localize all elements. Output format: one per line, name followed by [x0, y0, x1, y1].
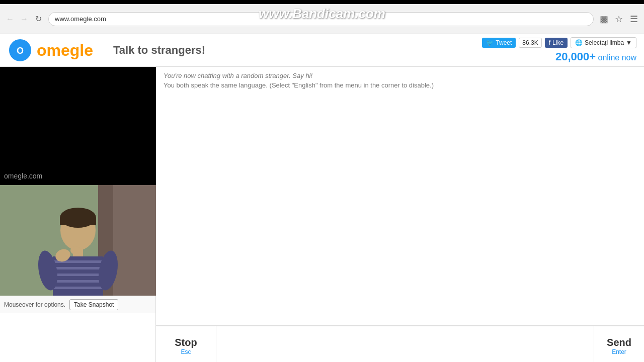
header-right: 🐦 Tweet 86.3K f Like 🌐 Selectați limba ▼…: [482, 37, 636, 63]
refresh-button[interactable]: ↻: [32, 13, 44, 25]
svg-rect-11: [53, 267, 103, 269]
tweet-count: 86.3K: [519, 38, 541, 48]
stop-button[interactable]: Stop Esc: [156, 326, 216, 362]
svg-rect-12: [53, 274, 103, 276]
chat-messages[interactable]: You're now chatting with a random strang…: [156, 67, 644, 326]
stop-hint: Esc: [181, 348, 191, 355]
video-panel: omegle.com: [0, 67, 156, 362]
send-label: Send: [607, 337, 631, 348]
video-icon[interactable]: ▩: [598, 13, 610, 25]
online-label: online now: [598, 53, 637, 62]
like-label: Like: [552, 39, 564, 46]
site-header: O omegle Talk to strangers! 🐦 Tweet 86.3…: [0, 34, 644, 67]
url-text: www.omegle.com: [55, 15, 106, 23]
chat-panel: You're now chatting with a random strang…: [156, 67, 644, 362]
chevron-down-icon: ▼: [626, 39, 632, 46]
lang-label: Selectați limba: [585, 39, 624, 46]
svg-rect-14: [53, 287, 103, 289]
tweet-button[interactable]: 🐦 Tweet: [482, 38, 516, 48]
person-silhouette: [0, 185, 156, 296]
send-hint: Enter: [612, 348, 626, 355]
main-content: omegle.com: [0, 67, 644, 362]
facebook-icon: f: [549, 39, 550, 46]
stranger-sublabel: .com: [27, 172, 42, 180]
flag-icon: 🌐: [575, 39, 583, 46]
menu-icon[interactable]: ☰: [628, 13, 640, 25]
top-bar: [0, 0, 644, 4]
omegle-logo-icon: O: [8, 38, 33, 63]
browser-actions: ▩ ☆ ☰: [598, 13, 640, 25]
logo-text: omegle: [37, 41, 93, 60]
svg-text:O: O: [17, 46, 24, 56]
system-message-1: You're now chatting with a random strang…: [164, 72, 636, 79]
nav-buttons: ← → ↻: [4, 13, 44, 25]
logo-area: O omegle: [8, 38, 93, 63]
forward-button[interactable]: →: [18, 13, 30, 25]
online-count: 20,000+: [555, 50, 596, 63]
social-row: 🐦 Tweet 86.3K f Like 🌐 Selectați limba ▼: [482, 37, 636, 48]
stranger-video-label: omegle.com: [4, 170, 42, 181]
chat-input[interactable]: [216, 326, 594, 362]
video-controls: Mouseover for options. Take Snapshot: [0, 296, 155, 313]
browser-chrome: ← → ↻ www.omegle.com ▩ ☆ ☰: [0, 4, 644, 34]
stranger-video: omegle.com: [0, 67, 156, 185]
my-video: [0, 185, 156, 296]
svg-rect-13: [53, 280, 103, 283]
svg-rect-3: [111, 185, 156, 296]
svg-rect-7: [60, 218, 96, 225]
svg-point-18: [70, 246, 80, 254]
chat-input-bar: Stop Esc Send Enter: [156, 326, 644, 362]
tweet-label: Tweet: [496, 39, 512, 46]
stop-label: Stop: [175, 337, 197, 348]
site-tagline: Talk to strangers!: [113, 44, 205, 57]
mouseover-hint: Mouseover for options.: [4, 301, 65, 308]
online-count-row: 20,000+ online now: [555, 50, 636, 63]
take-snapshot-button[interactable]: Take Snapshot: [69, 299, 118, 310]
twitter-icon: 🐦: [486, 39, 494, 46]
address-bar[interactable]: www.omegle.com: [48, 12, 594, 26]
like-button[interactable]: f Like: [545, 38, 568, 48]
language-selector[interactable]: 🌐 Selectați limba ▼: [571, 37, 636, 48]
back-button[interactable]: ←: [4, 13, 16, 25]
star-icon[interactable]: ☆: [613, 13, 625, 25]
send-button[interactable]: Send Enter: [594, 326, 644, 362]
system-message-2: You both speak the same language. (Selec…: [164, 81, 636, 89]
